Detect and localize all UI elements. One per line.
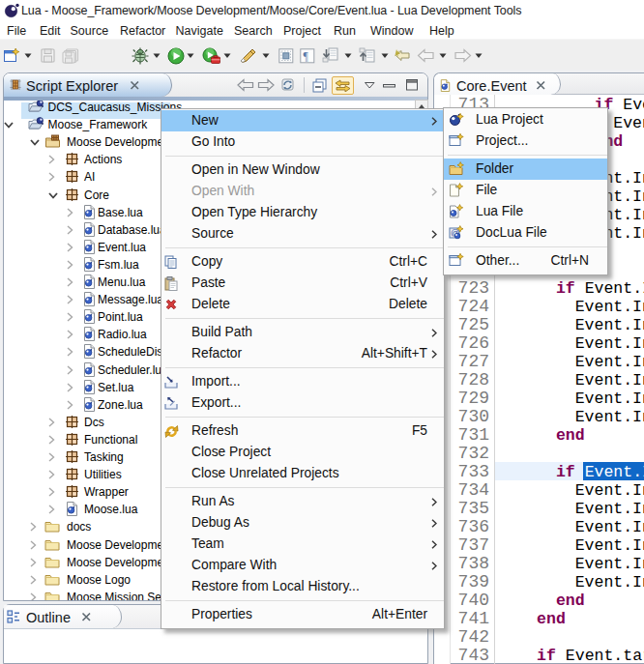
svg-text:¶: ¶ xyxy=(304,50,309,62)
